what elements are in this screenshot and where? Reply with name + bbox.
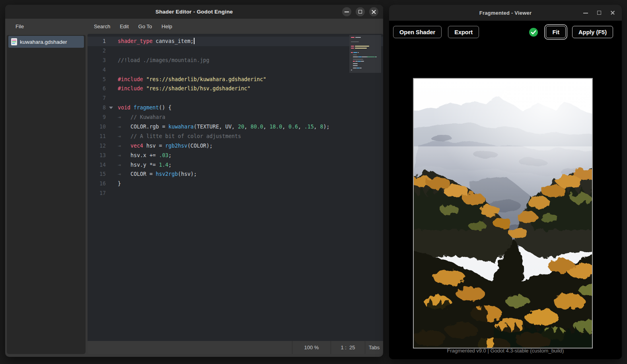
code-line[interactable]: 8void fragment() {	[88, 103, 383, 113]
editor-window-title: Shader Editor - Godot Engine	[156, 9, 233, 15]
line-number: 14	[88, 160, 106, 170]
menu-help[interactable]: Help	[157, 22, 177, 31]
maximize-icon	[358, 10, 362, 14]
code-line[interactable]: 16}	[88, 179, 383, 189]
close-button[interactable]	[369, 7, 378, 16]
tab-indent-marker: ⇥	[118, 132, 130, 141]
text-caret	[194, 38, 195, 44]
apply-button[interactable]: Apply (F5)	[572, 26, 613, 38]
line-number: 7	[88, 93, 106, 103]
line-number: 9	[88, 113, 106, 122]
file-panel: kuwahara.gdshader	[7, 35, 86, 354]
tab-indent-marker: ⇥	[118, 122, 130, 132]
minimize-icon	[345, 12, 349, 12]
menu-file[interactable]: File	[11, 22, 29, 31]
code-line[interactable]: 13⇥hsv.x += .03;	[88, 151, 383, 160]
file-item-kuwahara.gdshader[interactable]: kuwahara.gdshader	[8, 36, 84, 48]
line-number: 2	[88, 46, 106, 56]
code-line[interactable]: 9⇥// Kuwahara	[88, 113, 383, 122]
minimize-icon	[583, 13, 588, 14]
line-number: 10	[88, 122, 106, 132]
code-lines: 1shader_type canvas_item;23//!load ./ima…	[88, 37, 383, 198]
line-number: 13	[88, 151, 106, 160]
shader-editor-window: Shader Editor - Godot Engine File Search…	[5, 5, 383, 357]
viewer-window: Fragmented - Viewer Open Shader Export F…	[389, 5, 622, 359]
line-number: 8	[88, 103, 106, 113]
line-number: 5	[88, 75, 106, 84]
maximize-button[interactable]	[356, 7, 365, 16]
maximize-button[interactable]	[596, 9, 603, 16]
code-line[interactable]: 6#include "res://shaderlib/hsv.gdshaderi…	[88, 84, 383, 93]
maximize-icon	[597, 11, 601, 15]
code-line[interactable]: 3//!load ./images/mountain.jpg	[88, 56, 383, 65]
open-shader-button[interactable]: Open Shader	[393, 26, 442, 38]
minimize-button[interactable]	[582, 9, 589, 16]
code-line[interactable]: 2	[88, 46, 383, 56]
code-line[interactable]: 5#include "res://shaderlib/kuwahara.gdsh…	[88, 75, 383, 84]
editor-titlebar[interactable]: Shader Editor - Godot Engine	[5, 5, 383, 19]
code-line[interactable]: 12⇥vec4 hsv = rgb2hsv(COLOR);	[88, 141, 383, 151]
line-number: 3	[88, 56, 106, 65]
code-line[interactable]: 1shader_type canvas_item;	[88, 37, 383, 46]
menu-edit[interactable]: Edit	[115, 22, 133, 31]
menu-go-to[interactable]: Go To	[134, 22, 157, 31]
mountain-scene	[414, 79, 592, 348]
shader-ok-check-icon	[529, 28, 538, 37]
editor-menubar: File SearchEditGo ToHelp	[5, 19, 383, 34]
code-line[interactable]: 14⇥hsv.y *= 1.4;	[88, 160, 383, 170]
tab-indent-marker: ⇥	[118, 160, 130, 170]
line-number: 15	[88, 169, 106, 179]
minimize-button[interactable]	[342, 7, 351, 16]
editor-menu-group: SearchEditGo ToHelp	[89, 22, 177, 31]
fit-button[interactable]: Fit	[546, 26, 566, 38]
desktop: Shader Editor - Godot Engine File Search…	[0, 0, 627, 364]
tab-indent-marker: ⇥	[118, 113, 130, 122]
viewer-window-title: Fragmented - Viewer	[479, 10, 532, 16]
line-number: 17	[88, 189, 106, 198]
editor-body: kuwahara.gdshader 1shader_type canvas_it…	[5, 34, 383, 357]
line-number: 6	[88, 84, 106, 93]
code-line[interactable]: 17	[88, 189, 383, 198]
viewer-version-text: Fragmented v9.0 | Godot 4.3-stable (cust…	[389, 348, 622, 354]
tab-indent-marker: ⇥	[118, 141, 130, 151]
code-line[interactable]: 4	[88, 65, 383, 75]
code-line[interactable]: 11⇥// A litte bit of color adjustments	[88, 132, 383, 141]
indent-mode-indicator: Tabs	[365, 341, 383, 354]
line-number: 16	[88, 179, 106, 189]
tab-indent-marker: ⇥	[118, 151, 130, 160]
code-minimap[interactable]	[349, 35, 381, 73]
code-line[interactable]: 7	[88, 93, 383, 103]
close-button[interactable]	[609, 9, 616, 16]
fold-arrow-icon[interactable]	[109, 107, 113, 109]
line-number: 4	[88, 65, 106, 75]
code-editor[interactable]: 1shader_type canvas_item;23//!load ./ima…	[88, 34, 383, 341]
viewer-window-controls	[582, 5, 616, 21]
export-button[interactable]: Export	[448, 26, 479, 38]
editor-window-controls	[342, 5, 378, 19]
code-line[interactable]: 10⇥COLOR.rgb = kuwahara(TEXTURE, UV, 20,…	[88, 122, 383, 132]
viewer-body: Open Shader Export Fit Apply (F5)	[389, 21, 622, 359]
shader-preview-image	[413, 78, 593, 348]
viewer-titlebar[interactable]: Fragmented - Viewer	[389, 5, 622, 21]
code-line[interactable]: 15⇥COLOR = hsv2rgb(hsv);	[88, 169, 383, 179]
line-number: 1	[88, 37, 106, 46]
viewer-toolbar: Open Shader Export Fit Apply (F5)	[393, 26, 613, 38]
shader-file-icon	[11, 38, 17, 45]
zoom-indicator: 100 %	[292, 341, 331, 354]
tab-indent-marker: ⇥	[118, 169, 130, 179]
line-number: 11	[88, 132, 106, 141]
menu-search[interactable]: Search	[89, 22, 115, 31]
file-name: kuwahara.gdshader	[20, 39, 67, 45]
cursor-position-indicator: 1 : 25	[331, 341, 365, 354]
editor-statusbar: 100 % 1 : 25 Tabs	[88, 341, 383, 354]
line-number: 12	[88, 141, 106, 151]
